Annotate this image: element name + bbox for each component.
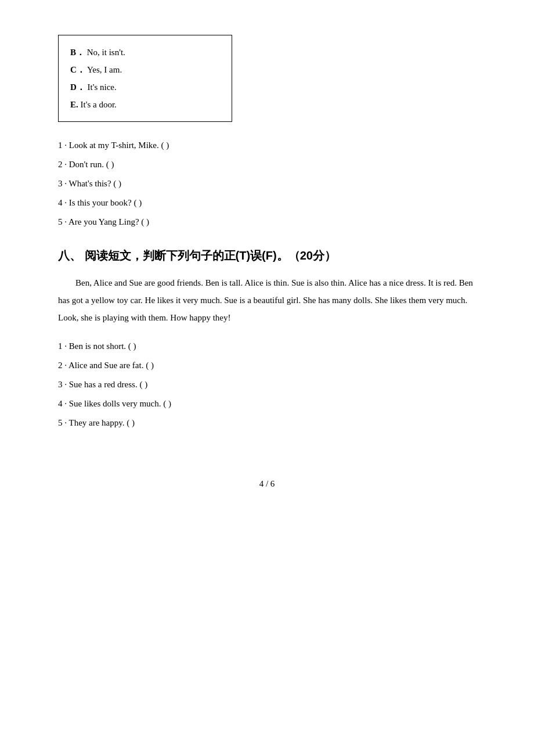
- matching-question-4: 4 · Is this your book? ( ): [58, 193, 476, 213]
- matching-question-2: 2 · Don't run. ( ): [58, 155, 476, 174]
- page-number: 4 / 6: [58, 479, 476, 489]
- reading-question-5: 5 · They are happy. ( ): [58, 413, 476, 433]
- answer-box-item-e: E. It's a door.: [70, 96, 220, 113]
- matching-question-1: 1 · Look at my T-shirt, Mike. ( ): [58, 136, 476, 155]
- reading-question-4: 4 · Sue likes dolls very much. ( ): [58, 394, 476, 413]
- matching-questions-section: 1 · Look at my T-shirt, Mike. ( ) 2 · Do…: [58, 136, 476, 232]
- reading-question-2: 2 · Alice and Sue are fat. ( ): [58, 356, 476, 375]
- answer-box: B． No, it isn't. C． Yes, I am. D． It's n…: [58, 35, 232, 122]
- section-eight-header: 八、 阅读短文，判断下列句子的正(T)误(F)。（20分）: [58, 248, 476, 264]
- answer-box-item-b: B． No, it isn't.: [70, 44, 220, 61]
- reading-questions-section: 1 · Ben is not short. ( ) 2 · Alice and …: [58, 337, 476, 433]
- answer-box-item-c: C． Yes, I am.: [70, 61, 220, 78]
- matching-question-5: 5 · Are you Yang Ling? ( ): [58, 213, 476, 232]
- reading-question-1: 1 · Ben is not short. ( ): [58, 337, 476, 356]
- reading-question-3: 3 · Sue has a red dress. ( ): [58, 375, 476, 394]
- matching-question-3: 3 · What's this? ( ): [58, 174, 476, 193]
- reading-passage: Ben, Alice and Sue are good friends. Ben…: [58, 274, 476, 326]
- answer-box-item-d: D． It's nice.: [70, 78, 220, 96]
